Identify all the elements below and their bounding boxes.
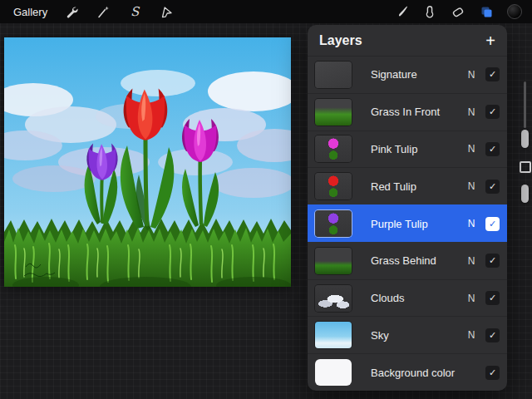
check-icon: ✓ (489, 70, 496, 79)
canvas-artwork (4, 37, 291, 287)
top-toolbar: Gallery S (0, 0, 532, 23)
opacity-slider[interactable] (521, 185, 529, 203)
selection-button[interactable]: S (127, 4, 142, 19)
magic-wand-icon (96, 5, 110, 18)
modify-button[interactable] (520, 161, 531, 173)
layer-visibility-checkbox[interactable]: ✓ (485, 217, 500, 231)
layer-name: Grass Behind (371, 254, 464, 267)
layers-button[interactable] (479, 4, 494, 19)
check-icon: ✓ (489, 331, 496, 340)
layer-thumbnail[interactable] (315, 62, 352, 88)
wrench-icon (65, 5, 78, 18)
gallery-button[interactable]: Gallery (13, 6, 47, 18)
layer-row-sky[interactable]: Sky N ✓ (308, 316, 507, 353)
layer-name: Red Tulip (371, 180, 464, 193)
layer-thumbnail[interactable] (315, 248, 352, 274)
blend-mode-button[interactable]: N (464, 143, 479, 155)
smudge-finger-icon (423, 5, 436, 18)
layer-row-grass-behind[interactable]: Grass Behind N ✓ (308, 242, 507, 279)
brush-size-slider[interactable] (521, 130, 529, 148)
check-icon: ✓ (489, 256, 496, 265)
layer-visibility-checkbox[interactable]: ✓ (485, 366, 500, 380)
selection-icon: S (131, 6, 139, 18)
blend-mode-button[interactable]: N (464, 180, 479, 192)
blend-mode-button[interactable]: N (464, 106, 479, 118)
layer-thumbnail[interactable] (315, 173, 352, 200)
layer-thumbnail[interactable] (315, 99, 352, 126)
layer-thumbnail[interactable] (315, 285, 352, 312)
layers-icon (480, 5, 494, 19)
layer-name: Pink Tulip (371, 143, 464, 155)
layers-list: Signature N ✓ Grass In Front N ✓ Pink Tu… (308, 57, 507, 391)
paintbrush-icon (395, 5, 408, 18)
layer-thumbnail[interactable] (315, 322, 352, 348)
check-icon: ✓ (489, 145, 496, 154)
layers-panel: Layers + Signature N ✓ Grass In Front N … (308, 25, 507, 391)
color-button[interactable] (507, 4, 522, 19)
layers-panel-title: Layers (319, 33, 362, 48)
toolbar-left-group: Gallery S (13, 0, 174, 23)
blend-mode-button[interactable]: N (464, 293, 479, 304)
blend-mode-button[interactable]: N (464, 69, 479, 81)
toolbar-right-group (394, 0, 522, 23)
layer-row-purple-tulip[interactable]: Purple Tulip N ✓ (308, 204, 507, 242)
sidebar-controls (518, 80, 531, 206)
layer-name: Background color (371, 367, 485, 379)
add-layer-button[interactable]: + (485, 32, 495, 49)
blend-mode-button[interactable]: N (464, 218, 479, 229)
check-icon: ✓ (489, 182, 496, 191)
layer-visibility-checkbox[interactable]: ✓ (485, 328, 500, 342)
layer-name: Grass In Front (371, 106, 464, 118)
smudge-button[interactable] (422, 4, 437, 19)
layer-visibility-checkbox[interactable]: ✓ (485, 142, 500, 156)
adjustments-button[interactable] (96, 4, 111, 19)
eraser-icon (451, 5, 465, 18)
blend-mode-button[interactable]: N (464, 255, 479, 267)
layer-row-red-tulip[interactable]: Red Tulip N ✓ (308, 167, 507, 204)
check-icon: ✓ (489, 368, 496, 377)
check-icon: ✓ (489, 219, 496, 229)
layer-visibility-checkbox[interactable]: ✓ (485, 105, 500, 119)
brush-button[interactable] (394, 4, 409, 19)
layer-row-signature[interactable]: Signature N ✓ (308, 57, 507, 93)
layer-row-grass-in-front[interactable]: Grass In Front N ✓ (308, 93, 507, 131)
layer-name: Signature (371, 68, 464, 81)
layer-visibility-checkbox[interactable]: ✓ (485, 67, 500, 81)
transform-button[interactable] (159, 4, 174, 19)
blend-mode-button[interactable]: N (464, 329, 479, 341)
actions-button[interactable] (64, 4, 79, 19)
canvas[interactable] (4, 37, 291, 287)
layer-name: Sky (371, 329, 464, 342)
layer-visibility-checkbox[interactable]: ✓ (485, 254, 500, 268)
check-icon: ✓ (489, 107, 496, 116)
layers-panel-header: Layers + (308, 25, 507, 57)
slider-track (524, 81, 526, 128)
layer-row-pink-tulip[interactable]: Pink Tulip N ✓ (308, 131, 507, 168)
layer-row-background-color[interactable]: Background color ✓ (308, 353, 507, 391)
layer-thumbnail[interactable] (315, 359, 352, 386)
layer-visibility-checkbox[interactable]: ✓ (485, 180, 500, 194)
layer-thumbnail[interactable] (315, 210, 352, 237)
transform-arrow-icon (160, 5, 173, 18)
layer-thumbnail[interactable] (315, 135, 352, 162)
layer-visibility-checkbox[interactable]: ✓ (485, 291, 500, 305)
eraser-button[interactable] (451, 4, 466, 19)
layer-name: Clouds (371, 292, 464, 304)
layer-name: Purple Tulip (371, 218, 464, 230)
layer-row-clouds[interactable]: Clouds N ✓ (308, 279, 507, 317)
check-icon: ✓ (489, 293, 496, 303)
